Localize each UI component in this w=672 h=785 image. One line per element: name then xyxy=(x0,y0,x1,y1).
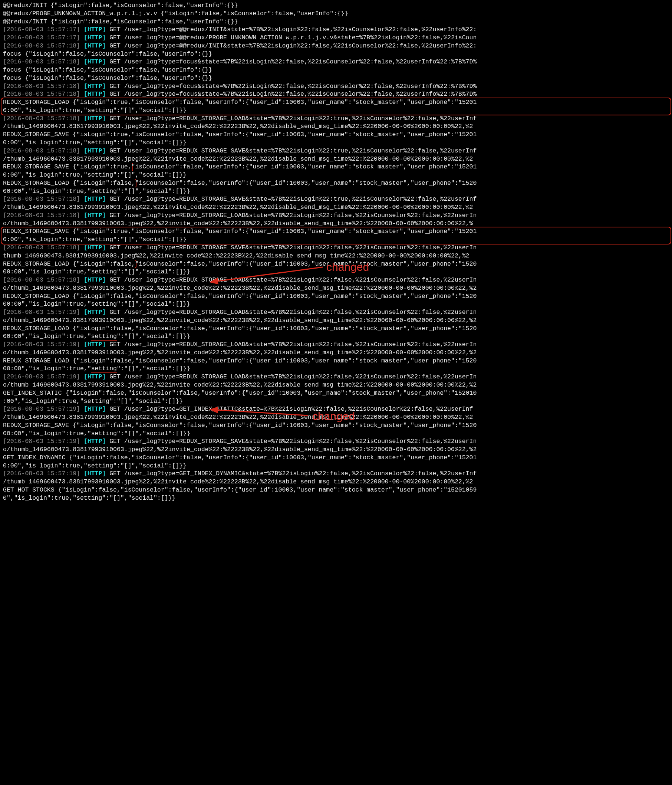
timestamp: [2016-08-03 15:57:18] xyxy=(3,83,80,90)
log-line: :00","is_login":true,"setting":"[]","soc… xyxy=(3,397,669,405)
log-line: [2016-08-03 15:57:18] [HTTP] GET /user_l… xyxy=(3,82,669,91)
log-line: REDUX_STORAGE_LOAD {"isLogin":false,"isC… xyxy=(3,179,669,187)
timestamp: [2016-08-03 15:57:19] xyxy=(3,341,80,348)
log-text: GET /user_log?type=focus&state=%7B%22isL… xyxy=(106,91,477,98)
log-line: [2016-08-03 15:57:18] [HTTP] GET /user_l… xyxy=(3,276,669,284)
timestamp: [2016-08-03 15:57:19] xyxy=(3,438,80,445)
log-text: ":"[]","social":[]}} xyxy=(117,365,190,372)
log-line: o/thumb_1469600473.83817993910003.jpeg%2… xyxy=(3,349,669,357)
log-line: focus {"isLogin":false,"isCounselor":fal… xyxy=(3,50,669,58)
log-line: o/thumb_1469600473.83817993910003.jpeg%2… xyxy=(3,446,669,454)
log-text: GET /user_log?type=REDUX_STORAGE_LOAD&st… xyxy=(106,341,477,348)
timestamp: [2016-08-03 15:57:19] xyxy=(3,309,80,316)
timestamp: [2016-08-03 15:57:17] xyxy=(3,26,80,33)
log-text: @@redux/INIT {"isLogin":false,"isCounsel… xyxy=(3,18,238,25)
log-line: focus {"isLogin":false,"isCounselor":fal… xyxy=(3,66,669,74)
log-text: /thumb_1469600473.83817993910003.jpeg%22… xyxy=(3,478,473,485)
log-line: REDUX_STORAGE_LOAD {"isLogin":false,"isC… xyxy=(3,260,669,268)
log-line: REDUX_STORAGE_LOAD {"isLogin":false,"isC… xyxy=(3,357,669,365)
underline-highlight: isLogin":false xyxy=(80,325,132,333)
log-text: o/thumb_1469600473.83817993910003.jpeg%2… xyxy=(3,382,477,388)
http-tag: [HTTP] xyxy=(84,26,106,33)
log-text: GET /user_log?type=REDUX_STORAGE_SAVE&st… xyxy=(106,244,477,251)
log-text: focus {"isLogin":false,"isCounselor":fal… xyxy=(3,75,212,81)
log-text: GET /user_log?type=REDUX_STORAGE_SAVE&st… xyxy=(106,438,477,445)
log-text: GET_INDEX_STATIC {"isLogin":false,"isCou… xyxy=(3,389,477,397)
log-line: 0:00","is_login":true,"setting":"[]","so… xyxy=(3,236,669,244)
timestamp: [2016-08-03 15:57:17] xyxy=(3,34,80,41)
log-text: GET /user_log?type=@@redux/INIT&state=%7… xyxy=(106,42,477,49)
log-line: o/thumb_1469600473.83817993910003.jpeg%2… xyxy=(3,316,669,325)
log-text: GET /user_log?type=REDUX_STORAGE_SAVE&st… xyxy=(106,195,477,203)
log-text: 00:00","is_login":true," xyxy=(3,300,91,308)
timestamp: [2016-08-03 15:57:19] xyxy=(3,373,80,380)
log-text: 0:00","is_login":true,"setting":"[]","so… xyxy=(3,139,186,146)
log-line: [2016-08-03 15:57:18] [HTTP] GET /user_l… xyxy=(3,115,669,123)
log-line: GET_INDEX_STATIC {"isLogin":false,"isCou… xyxy=(3,389,669,397)
highlight-inline: REDUX_STORAGE_LOAD {"isLogin":false, xyxy=(3,179,136,187)
log-text: o/thumb_1469600473.83817993910003.jpeg%2… xyxy=(3,349,477,356)
http-tag: [HTTP] xyxy=(84,212,106,219)
log-line: /thumb_1469600473.83817993910003.jpeg%22… xyxy=(3,122,669,131)
log-text: 00:00","is_login":true," xyxy=(3,333,91,340)
http-tag: [HTTP] xyxy=(84,405,106,413)
timestamp: [2016-08-03 15:57:18] xyxy=(3,58,80,65)
log-text: "isCounselor":false,"userInfo":{"user_id… xyxy=(135,260,477,267)
http-tag: [HTTP] xyxy=(84,244,106,251)
log-line: REDUX_STORAGE_LOAD {"isLogin":false,"isC… xyxy=(3,325,669,333)
log-text: 0:00","is_login":true,"setting":"[]","so… xyxy=(3,171,186,178)
http-tag: [HTTP] xyxy=(84,34,106,41)
log-text: GET /user_log?type=REDUX_STORAGE_SAVE&st… xyxy=(106,147,477,154)
log-line: REDUX_STORAGE_SAVE {"isLogin":true,"isCo… xyxy=(3,131,669,139)
http-tag: [HTTP] xyxy=(84,277,106,283)
http-tag: [HTTP] xyxy=(84,373,106,380)
log-line: /thumb_1469600473.83817993910003.jpeg%22… xyxy=(3,413,669,421)
http-tag: [HTTP] xyxy=(84,341,106,348)
log-text: o/thumb_1469600473.83817993910003.jpeg%2… xyxy=(3,285,477,292)
log-text: @@redux/INIT {"isLogin":false,"isCounsel… xyxy=(3,2,238,9)
log-line: [2016-08-03 15:57:17] [HTTP] GET /user_l… xyxy=(3,26,669,34)
underline-highlight: setting xyxy=(91,333,117,341)
log-text: GET /user_log?type=focus&state=%7B%22isL… xyxy=(106,58,477,65)
log-line: 00:00","is_login":true,"setting":"[]","s… xyxy=(3,332,669,341)
log-text: GET /user_log?type=GET_INDEX_STATIC&stat… xyxy=(106,405,473,413)
log-line: [2016-08-03 15:57:19] [HTTP] GET /user_l… xyxy=(3,341,669,349)
log-line: 0:00","is_login":true,"setting":"[]","so… xyxy=(3,462,669,470)
underline-highlight: isLogin":false, xyxy=(80,357,135,365)
highlight-inline: REDUX_STORAGE_LOAD {"isLogin":false, xyxy=(3,260,136,268)
timestamp: [2016-08-03 15:57:18] xyxy=(3,91,80,98)
log-line: /thumb_1469600473.83817993910003.jpeg%22… xyxy=(3,203,669,211)
log-text: /thumb_1469600473.83817993910003.jpeg%22… xyxy=(3,414,473,421)
log-line: o/thumb_1469600473.83817993910003.jpeg%2… xyxy=(3,220,669,228)
log-text: GET /user_log?type=REDUX_STORAGE_LOAD&st… xyxy=(106,277,477,283)
http-tag: [HTTP] xyxy=(84,147,106,154)
log-line: /thumb_1469600473.83817993910003.jpeg%22… xyxy=(3,478,669,486)
log-text: GET /user_log?type=REDUX_STORAGE_LOAD&st… xyxy=(106,309,477,316)
highlight-box: REDUX_STORAGE_LOAD {"isLogin":true,"isCo… xyxy=(1,98,671,116)
log-text: 00:00","is_login":true,"setting":"[]","s… xyxy=(3,430,190,437)
log-text: GET /user_log?type=REDUX_STORAGE_LOAD&st… xyxy=(106,212,477,219)
log-line: GET_INDEX_DYNAMIC {"isLogin":false,"isCo… xyxy=(3,454,669,462)
log-line: o/thumb_1469600473.83817993910003.jpeg%2… xyxy=(3,284,669,292)
log-text: 00:00","is_login":true,"setting":"[]","s… xyxy=(3,268,190,275)
terminal-log[interactable]: @@redux/INIT {"isLogin":false,"isCounsel… xyxy=(0,0,672,509)
log-text: ":"[]","social":[]}} xyxy=(117,333,190,340)
http-tag: [HTTP] xyxy=(84,438,106,445)
log-line: o/thumb_1469600473.83817993910003.jpeg%2… xyxy=(3,381,669,389)
log-line: [2016-08-03 15:57:18] [HTTP] GET /user_l… xyxy=(3,42,669,50)
log-text: REDUX_STORAGE_SAVE {"isLogin":false,"isC… xyxy=(3,422,477,429)
timestamp: [2016-08-03 15:57:18] xyxy=(3,115,80,122)
log-text: 0","is_login":true,"setting":"[]","socia… xyxy=(3,494,175,502)
log-line: 0:00","is_login":true,"setting":"[]","so… xyxy=(3,171,669,179)
log-line: 0:00","is_login":true,"setting":"[]","so… xyxy=(3,139,669,147)
log-line: REDUX_STORAGE_SAVE {"isLogin":false,"isC… xyxy=(3,421,669,430)
log-text: REDUX_STORAGE_LOAD {" xyxy=(3,357,80,364)
http-tag: [HTTP] xyxy=(84,309,106,316)
log-text: "isCounselor":false,"userInfo":{"user_id… xyxy=(132,163,477,170)
highlight-inline: REDUX_STORAGE_SAVE {"isLogin":true, xyxy=(3,163,133,171)
log-text: @@redux/PROBE_UNKNOWN_ACTION_w.p.r.1.j.v… xyxy=(3,10,348,17)
http-tag: [HTTP] xyxy=(84,58,106,65)
log-text: "isCounselor":false,"userInfo":{"user_id… xyxy=(135,293,477,300)
log-line: [2016-08-03 15:57:18] [HTTP] GET /user_l… xyxy=(3,195,669,203)
log-text: o/thumb_1469600473.83817993910003.jpeg%2… xyxy=(3,317,477,324)
